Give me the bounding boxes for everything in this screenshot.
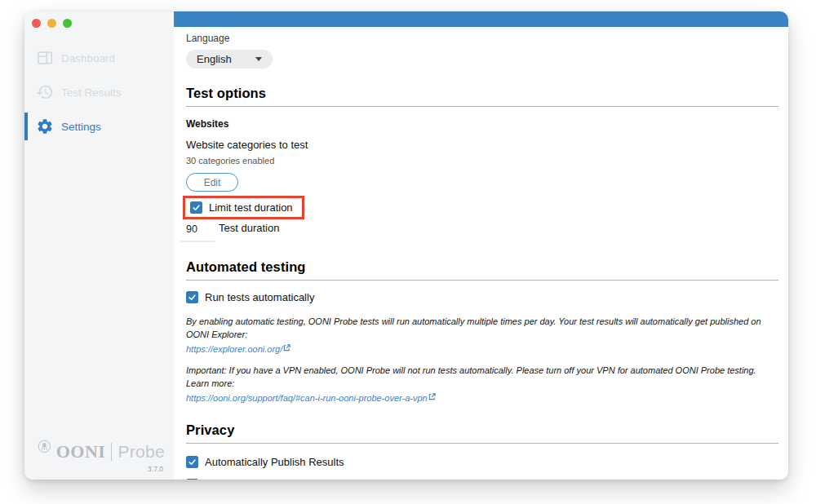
run-tests-automatically-checkbox-row[interactable]: Run tests automatically xyxy=(186,291,778,303)
test-options-heading: Test options xyxy=(186,86,778,101)
sidebar: Dashboard Test Results Settings xyxy=(24,11,174,480)
divider xyxy=(186,443,778,444)
explorer-link[interactable]: https://explorer.ooni.org/ xyxy=(186,343,290,356)
edit-categories-button[interactable]: Edit xyxy=(186,173,238,192)
sidebar-item-dashboard[interactable]: Dashboard xyxy=(24,41,174,75)
checkbox-checked-icon[interactable] xyxy=(186,479,198,480)
annotation-highlight-rectangle: Limit test duration xyxy=(183,196,304,219)
language-select[interactable]: English xyxy=(186,50,273,69)
traffic-lights xyxy=(24,11,174,33)
chevron-down-icon xyxy=(255,57,262,61)
test-duration-input[interactable] xyxy=(180,221,215,242)
website-categories-label: Website categories to test xyxy=(186,139,778,151)
language-label: Language xyxy=(186,33,778,44)
logo-product-text: Probe xyxy=(118,442,165,462)
minimize-window-button[interactable] xyxy=(47,19,56,28)
logo-version: 3.7.0 xyxy=(38,465,165,473)
note-text: Important: If you have a VPN enabled, OO… xyxy=(186,365,756,388)
close-window-button[interactable] xyxy=(32,19,41,28)
note-text: By enabling automatic testing, OONI Prob… xyxy=(186,316,761,339)
settings-content: Language English Test options Websites W… xyxy=(174,27,788,480)
external-link-icon xyxy=(428,393,436,400)
limit-test-duration-label: Limit test duration xyxy=(209,201,293,214)
header-bar xyxy=(174,11,788,27)
ooni-octopus-icon xyxy=(38,440,51,464)
categories-enabled-status: 30 categories enabled xyxy=(186,156,778,166)
sidebar-item-label: Test Results xyxy=(61,86,122,99)
language-selected-value: English xyxy=(197,53,232,65)
checkbox-checked-icon[interactable] xyxy=(190,201,202,214)
sidebar-item-test-results[interactable]: Test Results xyxy=(24,75,174,109)
vpn-faq-link[interactable]: https://ooni.org/support/faq/#can-i-run-… xyxy=(186,392,436,405)
app-window: Dashboard Test Results Settings xyxy=(24,11,788,480)
send-crash-reports-label: Send crash reports xyxy=(205,479,295,480)
publish-results-label: Automatically Publish Results xyxy=(205,456,344,468)
logo-separator xyxy=(111,443,112,461)
sidebar-item-label: Settings xyxy=(61,121,101,133)
logo-brand-text: OONI xyxy=(56,441,106,462)
zoom-window-button[interactable] xyxy=(63,19,72,28)
gear-icon xyxy=(36,117,54,135)
sidebar-item-label: Dashboard xyxy=(61,52,115,64)
external-link-icon xyxy=(283,344,290,351)
divider xyxy=(186,280,778,281)
checkbox-checked-icon[interactable] xyxy=(186,291,198,303)
automatic-testing-note: By enabling automatic testing, OONI Prob… xyxy=(186,316,778,356)
publish-results-checkbox-row[interactable]: Automatically Publish Results xyxy=(186,456,778,468)
websites-label: Websites xyxy=(186,118,778,130)
ooni-probe-logo: OONI Probe 3.7.0 xyxy=(38,440,165,473)
main-area: Language English Test options Websites W… xyxy=(174,11,788,480)
dashboard-icon xyxy=(36,49,54,67)
history-icon xyxy=(36,83,54,101)
test-duration-field: Test duration xyxy=(186,221,778,242)
divider xyxy=(186,106,778,107)
limit-test-duration-checkbox-row[interactable]: Limit test duration xyxy=(190,201,293,214)
sidebar-nav: Dashboard Test Results Settings xyxy=(24,41,174,144)
test-duration-label: Test duration xyxy=(219,222,279,234)
run-tests-automatically-label: Run tests automatically xyxy=(205,291,314,303)
sidebar-item-settings[interactable]: Settings xyxy=(24,109,174,144)
send-crash-reports-checkbox-row[interactable]: Send crash reports xyxy=(186,479,778,480)
privacy-heading: Privacy xyxy=(186,422,778,438)
checkbox-checked-icon[interactable] xyxy=(186,456,198,468)
automated-testing-heading: Automated testing xyxy=(186,259,778,275)
vpn-warning-note: Important: If you have a VPN enabled, OO… xyxy=(186,365,778,405)
